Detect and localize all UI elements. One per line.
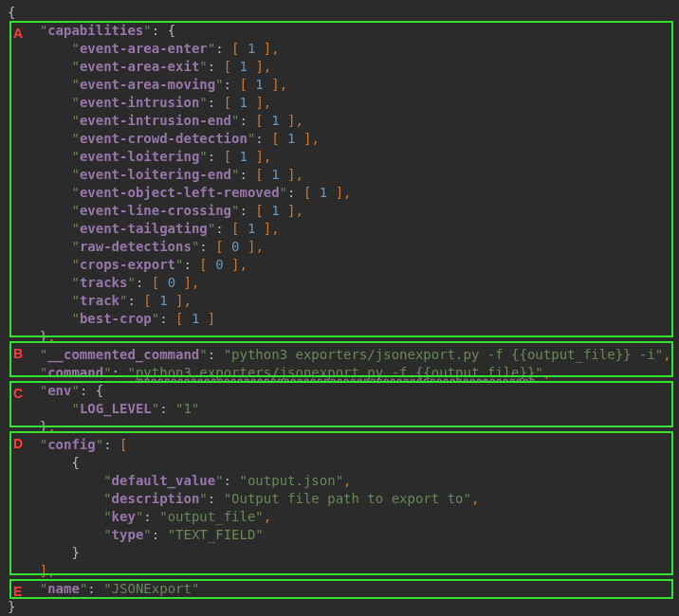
code-line: "type": "TEXT_FIELD" (0, 526, 679, 544)
code-line: "crops-export": [ 0 ], (0, 256, 679, 274)
code-line: "event-object-left-removed": [ 1 ], (0, 184, 679, 202)
code-line: "event-crowd-detection": [ 1 ], (0, 130, 679, 148)
code-line: "name": "JSONExport" (0, 580, 679, 598)
code-line: "tracks": [ 0 ], (0, 274, 679, 292)
code-line: "event-line-crossing": [ 1 ], (0, 202, 679, 220)
code-line: "event-tailgating": [ 1 ], (0, 220, 679, 238)
code-line: "capabilities": { (0, 22, 679, 40)
code-line: "env": { (0, 382, 679, 400)
code-line: }, (0, 328, 679, 346)
code-line: "track": [ 1 ], (0, 292, 679, 310)
code-line: }, (0, 418, 679, 436)
code-line: "config": [ (0, 436, 679, 454)
code-line: } (0, 544, 679, 562)
code-line: { (0, 454, 679, 472)
code-line: "key": "output_file", (0, 508, 679, 526)
code-line: "event-intrusion-end": [ 1 ], (0, 112, 679, 130)
code-editor[interactable]: A B C D E { "capabilities": { "event-are… (0, 0, 679, 616)
code-line: } (0, 598, 679, 616)
code-line: "description": "Output file path to expo… (0, 490, 679, 508)
code-line: "raw-detections": [ 0 ], (0, 238, 679, 256)
code-line: ], (0, 562, 679, 580)
label-c[interactable]: C (13, 385, 23, 403)
label-e[interactable]: E (13, 583, 22, 601)
label-b[interactable]: B (13, 345, 23, 363)
code-line: "best-crop": [ 1 ] (0, 310, 679, 328)
code-line: "LOG_LEVEL": "1" (0, 400, 679, 418)
code-line: "__commented_command": "python3 exporter… (0, 346, 679, 364)
code-line: "default_value": "output.json", (0, 472, 679, 490)
code-line: { (0, 4, 679, 22)
code-line: "event-area-moving": [ 1 ], (0, 76, 679, 94)
label-d[interactable]: D (13, 435, 23, 453)
code-line: "event-loitering-end": [ 1 ], (0, 166, 679, 184)
code-line: "event-loitering": [ 1 ], (0, 148, 679, 166)
code-line: "event-area-exit": [ 1 ], (0, 58, 679, 76)
label-a[interactable]: A (13, 25, 23, 43)
code-line: "event-intrusion": [ 1 ], (0, 94, 679, 112)
code-line: "event-area-enter": [ 1 ], (0, 40, 679, 58)
code-line: "command": "python3 exporters/jsonexport… (0, 364, 679, 382)
